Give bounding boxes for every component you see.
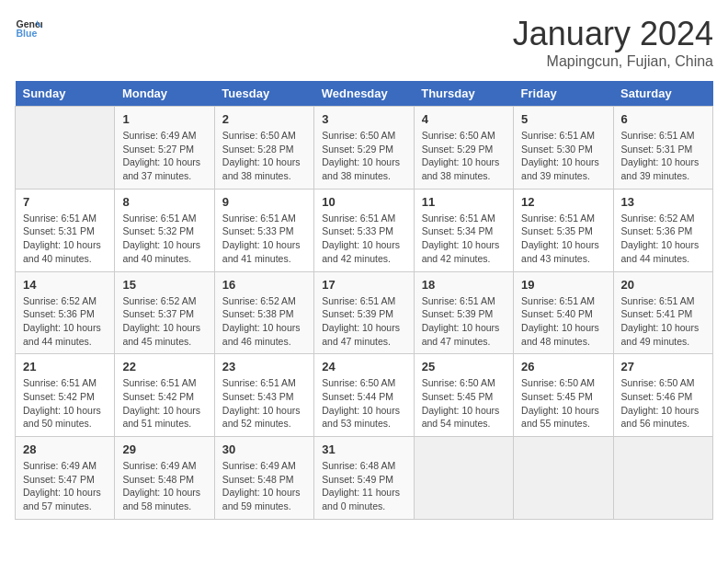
day-number: 5 — [521, 112, 605, 126]
calendar-cell: 30Sunrise: 6:49 AMSunset: 5:48 PMDayligh… — [214, 437, 313, 520]
day-number: 30 — [222, 442, 306, 456]
cell-content: Sunrise: 6:50 AMSunset: 5:45 PMDaylight:… — [422, 376, 506, 431]
day-number: 2 — [222, 112, 306, 126]
day-number: 20 — [621, 278, 705, 292]
calendar-cell: 23Sunrise: 6:51 AMSunset: 5:43 PMDayligh… — [214, 354, 313, 437]
cell-content: Sunrise: 6:51 AMSunset: 5:34 PMDaylight:… — [422, 212, 506, 266]
calendar-cell: 6Sunrise: 6:51 AMSunset: 5:31 PMDaylight… — [613, 107, 712, 190]
weekday-header: Saturday — [613, 81, 712, 107]
day-number: 15 — [122, 278, 206, 292]
calendar-cell: 3Sunrise: 6:50 AMSunset: 5:29 PMDaylight… — [314, 107, 414, 190]
day-number: 23 — [222, 360, 306, 373]
day-number: 6 — [621, 112, 705, 126]
day-number: 18 — [422, 278, 506, 292]
cell-content: Sunrise: 6:50 AMSunset: 5:29 PMDaylight:… — [422, 129, 506, 183]
cell-content: Sunrise: 6:51 AMSunset: 5:40 PMDaylight:… — [521, 294, 605, 349]
weekday-header: Tuesday — [214, 81, 313, 107]
calendar-cell: 31Sunrise: 6:48 AMSunset: 5:49 PMDayligh… — [314, 437, 414, 520]
cell-content: Sunrise: 6:49 AMSunset: 5:48 PMDaylight:… — [122, 459, 206, 513]
cell-content: Sunrise: 6:50 AMSunset: 5:29 PMDaylight:… — [322, 129, 405, 183]
cell-content: Sunrise: 6:51 AMSunset: 5:31 PMDaylight:… — [621, 129, 705, 183]
calendar-cell: 19Sunrise: 6:51 AMSunset: 5:40 PMDayligh… — [514, 271, 613, 354]
day-number: 19 — [521, 278, 605, 292]
calendar-cell: 28Sunrise: 6:49 AMSunset: 5:47 PMDayligh… — [16, 437, 115, 520]
cell-content: Sunrise: 6:48 AMSunset: 5:49 PMDaylight:… — [322, 459, 405, 513]
calendar-cell: 27Sunrise: 6:50 AMSunset: 5:46 PMDayligh… — [613, 354, 712, 437]
day-number: 12 — [521, 195, 605, 209]
calendar-cell: 24Sunrise: 6:50 AMSunset: 5:44 PMDayligh… — [314, 354, 414, 437]
day-number: 22 — [122, 360, 206, 373]
cell-content: Sunrise: 6:51 AMSunset: 5:42 PMDaylight:… — [23, 376, 107, 431]
calendar-cell: 14Sunrise: 6:52 AMSunset: 5:36 PMDayligh… — [16, 271, 115, 354]
cell-content: Sunrise: 6:51 AMSunset: 5:30 PMDaylight:… — [521, 129, 605, 183]
day-number: 1 — [122, 112, 206, 126]
cell-content: Sunrise: 6:51 AMSunset: 5:33 PMDaylight:… — [322, 212, 405, 266]
cell-content: Sunrise: 6:51 AMSunset: 5:43 PMDaylight:… — [222, 376, 306, 431]
cell-content: Sunrise: 6:51 AMSunset: 5:42 PMDaylight:… — [122, 376, 206, 431]
cell-content: Sunrise: 6:51 AMSunset: 5:32 PMDaylight:… — [122, 212, 206, 266]
cell-content: Sunrise: 6:52 AMSunset: 5:38 PMDaylight:… — [222, 294, 306, 349]
weekday-header: Sunday — [16, 81, 115, 107]
cell-content: Sunrise: 6:52 AMSunset: 5:36 PMDaylight:… — [621, 212, 705, 266]
day-number: 10 — [322, 195, 405, 209]
cell-content: Sunrise: 6:50 AMSunset: 5:28 PMDaylight:… — [222, 129, 306, 183]
day-number: 17 — [322, 278, 405, 292]
calendar-cell: 18Sunrise: 6:51 AMSunset: 5:39 PMDayligh… — [414, 271, 513, 354]
calendar-cell — [613, 437, 712, 520]
calendar-cell: 9Sunrise: 6:51 AMSunset: 5:33 PMDaylight… — [214, 189, 313, 271]
cell-content: Sunrise: 6:51 AMSunset: 5:41 PMDaylight:… — [621, 294, 705, 349]
calendar-cell: 8Sunrise: 6:51 AMSunset: 5:32 PMDaylight… — [115, 189, 214, 271]
calendar-cell: 25Sunrise: 6:50 AMSunset: 5:45 PMDayligh… — [414, 354, 513, 437]
day-number: 13 — [621, 195, 705, 209]
day-number: 7 — [23, 195, 107, 209]
day-number: 21 — [23, 360, 107, 373]
day-number: 4 — [422, 112, 506, 126]
calendar-cell: 20Sunrise: 6:51 AMSunset: 5:41 PMDayligh… — [613, 271, 712, 354]
day-number: 8 — [122, 195, 206, 209]
cell-content: Sunrise: 6:50 AMSunset: 5:45 PMDaylight:… — [521, 376, 605, 431]
calendar-cell: 1Sunrise: 6:49 AMSunset: 5:27 PMDaylight… — [115, 107, 214, 190]
cell-content: Sunrise: 6:49 AMSunset: 5:47 PMDaylight:… — [23, 459, 107, 513]
day-number: 25 — [422, 360, 506, 373]
cell-content: Sunrise: 6:52 AMSunset: 5:37 PMDaylight:… — [122, 294, 206, 349]
calendar-cell: 17Sunrise: 6:51 AMSunset: 5:39 PMDayligh… — [314, 271, 414, 354]
day-number: 16 — [222, 278, 306, 292]
cell-content: Sunrise: 6:50 AMSunset: 5:46 PMDaylight:… — [621, 376, 705, 431]
cell-content: Sunrise: 6:49 AMSunset: 5:48 PMDaylight:… — [222, 459, 306, 513]
calendar-cell: 12Sunrise: 6:51 AMSunset: 5:35 PMDayligh… — [514, 189, 613, 271]
day-number: 24 — [322, 360, 405, 373]
month-title: January 2024 — [513, 15, 713, 53]
logo: General Blue — [15, 15, 42, 42]
calendar-cell: 26Sunrise: 6:50 AMSunset: 5:45 PMDayligh… — [514, 354, 613, 437]
calendar-cell — [16, 107, 115, 190]
cell-content: Sunrise: 6:51 AMSunset: 5:39 PMDaylight:… — [322, 294, 405, 349]
page-header: General Blue January 2024 Mapingcun, Fuj… — [15, 15, 713, 70]
cell-content: Sunrise: 6:51 AMSunset: 5:33 PMDaylight:… — [222, 212, 306, 266]
calendar-table: SundayMondayTuesdayWednesdayThursdayFrid… — [15, 81, 713, 520]
day-number: 27 — [621, 360, 705, 373]
calendar-cell: 21Sunrise: 6:51 AMSunset: 5:42 PMDayligh… — [16, 354, 115, 437]
cell-content: Sunrise: 6:50 AMSunset: 5:44 PMDaylight:… — [322, 376, 405, 431]
weekday-header: Wednesday — [314, 81, 414, 107]
calendar-cell: 29Sunrise: 6:49 AMSunset: 5:48 PMDayligh… — [115, 437, 214, 520]
day-number: 14 — [23, 278, 107, 292]
calendar-cell — [414, 437, 513, 520]
weekday-header: Thursday — [414, 81, 513, 107]
cell-content: Sunrise: 6:52 AMSunset: 5:36 PMDaylight:… — [23, 294, 107, 349]
cell-content: Sunrise: 6:51 AMSunset: 5:39 PMDaylight:… — [422, 294, 506, 349]
day-number: 28 — [23, 442, 107, 456]
calendar-cell: 22Sunrise: 6:51 AMSunset: 5:42 PMDayligh… — [115, 354, 214, 437]
calendar-cell: 10Sunrise: 6:51 AMSunset: 5:33 PMDayligh… — [314, 189, 414, 271]
day-number: 29 — [122, 442, 206, 456]
calendar-cell: 15Sunrise: 6:52 AMSunset: 5:37 PMDayligh… — [115, 271, 214, 354]
day-number: 26 — [521, 360, 605, 373]
day-number: 9 — [222, 195, 306, 209]
calendar-cell: 7Sunrise: 6:51 AMSunset: 5:31 PMDaylight… — [16, 189, 115, 271]
logo-icon: General Blue — [15, 15, 42, 42]
calendar-cell: 11Sunrise: 6:51 AMSunset: 5:34 PMDayligh… — [414, 189, 513, 271]
calendar-cell: 4Sunrise: 6:50 AMSunset: 5:29 PMDaylight… — [414, 107, 513, 190]
location-subtitle: Mapingcun, Fujian, China — [513, 53, 713, 70]
calendar-cell — [514, 437, 613, 520]
calendar-cell: 5Sunrise: 6:51 AMSunset: 5:30 PMDaylight… — [514, 107, 613, 190]
svg-text:Blue: Blue — [17, 28, 38, 39]
